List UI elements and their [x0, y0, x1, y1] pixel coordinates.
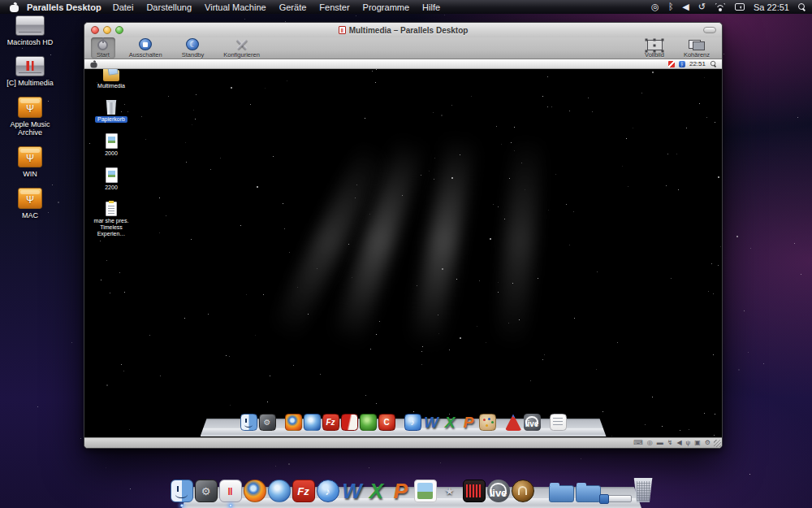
dock-icon-itunes[interactable]: ♪: [317, 480, 339, 502]
bluetooth-icon[interactable]: ᛒ: [668, 2, 674, 11]
dock-icon-system-preferences[interactable]: ⚙: [195, 480, 218, 502]
desktop-icon-macintosh-hd[interactable]: Macintosh HD: [2, 15, 58, 46]
dock-icon-powerpoint[interactable]: P: [390, 480, 412, 502]
keyboard-icon[interactable]: ⌨: [633, 440, 643, 446]
menu-darstellung[interactable]: Darstellung: [140, 2, 198, 12]
filezilla-icon: Fz: [322, 414, 339, 431]
star: [519, 319, 520, 320]
dock-icon-star-app[interactable]: ★: [438, 480, 461, 502]
toolbar-button-ausschalten[interactable]: Ausschalten: [123, 37, 168, 59]
menu-virtual-machine[interactable]: Virtual Machine: [198, 2, 273, 12]
dock-icon-ccleaner[interactable]: C: [378, 414, 395, 431]
dock-icon-powerpoint[interactable]: P: [460, 414, 477, 431]
guest-desktop-icon-2200[interactable]: 2200: [88, 167, 135, 191]
dock-icon-itunes[interactable]: ♪: [404, 414, 421, 431]
dock-icon-documents-folder[interactable]: [576, 485, 601, 502]
guest-desktop-icon-papierkorb[interactable]: Papierkorb: [88, 100, 135, 123]
toolbar-button-start[interactable]: Start: [91, 37, 115, 59]
guest-menu-clock[interactable]: 22:51: [689, 60, 706, 67]
sync-icon[interactable]: ◎: [651, 2, 659, 11]
star: [308, 314, 309, 315]
star: [626, 138, 627, 139]
zoom-button[interactable]: [115, 26, 123, 34]
desktop-icon-mac[interactable]: MAC: [2, 188, 58, 219]
dock-icon-audio-app[interactable]: [512, 480, 534, 502]
desktop-icon-c-multimedia[interactable]: [C] Multimedia: [2, 56, 58, 87]
usb-icon[interactable]: ψ: [686, 440, 691, 446]
trash-icon: [633, 478, 654, 502]
dock-icon-excel[interactable]: X: [365, 480, 388, 502]
dock-icon-trash[interactable]: [633, 478, 654, 502]
menu-bar-clock[interactable]: Sa 22:51: [754, 2, 789, 12]
dock-icon-firefox[interactable]: [244, 480, 266, 502]
toolbar-button-standby[interactable]: Standby: [176, 37, 210, 59]
dock-icon-word[interactable]: W: [423, 414, 440, 431]
dock-icon-finder[interactable]: [171, 480, 193, 502]
volume-icon[interactable]: ◀: [682, 2, 689, 11]
network-icon[interactable]: ↯: [667, 440, 673, 446]
bluetooth-tray-icon[interactable]: ᛒ: [679, 61, 685, 67]
resize-grip[interactable]: [714, 440, 721, 447]
shared-folder-icon[interactable]: ▣: [694, 440, 701, 446]
menu-datei[interactable]: Datei: [106, 2, 140, 12]
spotlight-icon[interactable]: [798, 3, 806, 11]
toolbar-button-kohärenz[interactable]: Kohärenz: [678, 37, 715, 59]
toolbar-button-konfigurieren[interactable]: Konfigurieren: [218, 37, 266, 59]
dock-icon-ableton-live[interactable]: live: [524, 414, 541, 431]
star: [442, 268, 443, 270]
dock-icon-filezilla[interactable]: Fz: [292, 480, 315, 502]
apple-menu[interactable]: [10, 2, 19, 12]
guest-apple-menu[interactable]: [90, 60, 97, 67]
dock-icon-filezilla[interactable]: Fz: [322, 414, 339, 431]
star: [750, 248, 751, 249]
menu-geräte[interactable]: Geräte: [273, 2, 313, 12]
toolbar-button-vollbild[interactable]: Vollbild: [639, 37, 670, 59]
dock-icon-thunderbird[interactable]: [268, 480, 291, 502]
app-menu-title[interactable]: Parallels Desktop: [27, 2, 102, 12]
dock-icon-word[interactable]: W: [341, 480, 364, 502]
close-button[interactable]: [91, 26, 99, 34]
guest-desktop-icon-2000[interactable]: 2000: [88, 133, 135, 157]
dock-icon-notes[interactable]: [550, 414, 567, 431]
wifi-icon[interactable]: [715, 3, 726, 11]
dock-icon-media-player[interactable]: [341, 414, 358, 431]
dock-icon-paint-palette[interactable]: [479, 414, 496, 431]
star: [257, 186, 258, 188]
dock-icon-finder[interactable]: [240, 414, 257, 431]
desktop-icon-apple-music-archive[interactable]: Apple Music Archive: [2, 97, 58, 137]
dock-icon-system-settings[interactable]: ⚙: [259, 414, 276, 431]
menu-hilfe[interactable]: Hilfe: [416, 2, 447, 12]
equalizer-app-icon: [463, 480, 486, 502]
star: [149, 335, 150, 336]
hdd-icon[interactable]: ▬: [657, 440, 663, 446]
dock-icon-nero[interactable]: [505, 414, 522, 431]
toolbar-toggle-button[interactable]: [703, 27, 716, 33]
guest-desktop-icon-mar-she-pres-timeless-experien[interactable]: mar she pres. Timeless Experien…: [88, 202, 135, 237]
star: [708, 291, 709, 292]
parallels-tray-icon[interactable]: [668, 61, 675, 67]
sound-icon[interactable]: ◀: [676, 440, 681, 446]
dock-icon-thunderbird[interactable]: [304, 414, 321, 431]
dock-icon-parallels-desktop[interactable]: ‖: [219, 480, 242, 502]
guest-spotlight-icon[interactable]: [710, 61, 716, 67]
window-titlebar[interactable]: ‖ Multimedia – Parallels Desktop: [84, 23, 722, 37]
cd-icon[interactable]: ◎: [647, 440, 653, 446]
dock-icon-equalizer-app[interactable]: [463, 480, 486, 502]
dock-icon-applications-folder[interactable]: [549, 485, 574, 502]
timemachine-icon[interactable]: ↺: [698, 2, 706, 11]
settings-icon[interactable]: ⚙: [705, 440, 710, 446]
desktop-icon-win[interactable]: WIN: [2, 146, 58, 178]
dock-icon-ableton-live[interactable]: live: [487, 480, 510, 502]
notes-icon: [550, 414, 567, 431]
dock-icon-green-utility[interactable]: [360, 414, 377, 431]
dock-icon-firefox[interactable]: [285, 414, 302, 431]
menu-programme[interactable]: Programme: [356, 2, 416, 12]
star: [287, 80, 287, 81]
dock-icon-excel[interactable]: X: [442, 414, 459, 431]
menu-fenster[interactable]: Fenster: [313, 2, 356, 12]
guest-desktop-icon-multimedia[interactable]: Multimedia: [88, 70, 135, 89]
dock-icon-usb-volume[interactable]: [603, 495, 632, 502]
dock-icon-iphoto[interactable]: [414, 480, 437, 502]
input-source-icon[interactable]: [735, 3, 745, 11]
minimize-button[interactable]: [103, 26, 111, 34]
